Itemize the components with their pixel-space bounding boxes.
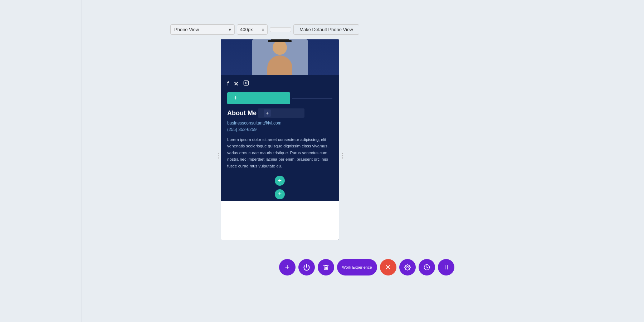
fab-delete-button[interactable]: [318, 259, 334, 275]
drag-dot: [342, 153, 343, 154]
instagram-icon[interactable]: [243, 80, 249, 87]
phone-preview: f ✕ + About Me + businessconsultant@ivi.…: [221, 39, 339, 240]
about-title-row: About Me +: [227, 108, 332, 118]
add-section-button[interactable]: +: [227, 92, 290, 104]
add-block-wrap: +: [221, 172, 339, 188]
px-extra: [270, 27, 291, 32]
fab-power-button[interactable]: [298, 259, 315, 275]
section-divider-add-button[interactable]: +: [275, 189, 285, 199]
drag-dot: [342, 155, 343, 156]
fab-timer-button[interactable]: [419, 259, 435, 275]
svg-point-3: [406, 267, 408, 268]
fab-close-button[interactable]: ✕: [380, 259, 396, 275]
px-input[interactable]: [237, 25, 259, 34]
fab-bar: + Work Experience ✕: [279, 259, 454, 275]
add-block-button[interactable]: +: [275, 176, 285, 186]
white-section: [221, 201, 339, 240]
profile-image: [252, 39, 308, 75]
twitter-x-icon[interactable]: ✕: [234, 80, 238, 87]
sidebar-divider: [82, 0, 82, 322]
social-icons-row: f ✕: [221, 75, 339, 91]
section-line: [292, 98, 332, 99]
person-body: [267, 55, 292, 75]
drag-dot: [342, 157, 343, 158]
fab-pause-button[interactable]: [438, 259, 454, 275]
person-head: [273, 40, 287, 55]
about-add-button[interactable]: +: [264, 109, 271, 117]
facebook-icon[interactable]: f: [227, 80, 229, 87]
make-default-button[interactable]: Make Default Phone View: [293, 24, 359, 35]
about-title-overlay: +: [258, 108, 304, 118]
section-divider: +: [221, 188, 339, 201]
toolbar: Phone View Tablet View Desktop View ▼ × …: [170, 24, 359, 35]
bio-text: Lorem ipsum dolor sit amet consectetur a…: [227, 136, 332, 169]
px-input-wrap: ×: [237, 24, 268, 35]
fab-add-button[interactable]: +: [279, 259, 296, 275]
fab-settings-button[interactable]: [399, 259, 416, 275]
contact-phone: (255) 352-6259: [227, 127, 332, 132]
view-select-wrap: Phone View Tablet View Desktop View ▼: [170, 24, 235, 35]
drag-dot: [218, 153, 219, 154]
svg-rect-0: [244, 80, 249, 85]
view-select[interactable]: Phone View Tablet View Desktop View: [170, 24, 235, 35]
drag-handle-right[interactable]: [341, 147, 343, 165]
profile-photo-section: [221, 39, 339, 75]
px-clear-button[interactable]: ×: [259, 25, 267, 34]
contact-email: businessconsultant@ivi.com: [227, 121, 332, 126]
hat: [271, 39, 289, 42]
fab-work-exp-label: Work Experience: [342, 265, 372, 269]
drag-dot: [218, 155, 219, 156]
drag-dot: [218, 157, 219, 158]
drag-handle-left[interactable]: [218, 147, 220, 165]
person-silhouette: [267, 39, 292, 75]
about-title: About Me: [227, 109, 257, 117]
fab-label-button[interactable]: Work Experience: [337, 259, 377, 275]
add-section-bar: +: [227, 92, 332, 104]
about-section: About Me + businessconsultant@ivi.com (2…: [221, 107, 339, 172]
